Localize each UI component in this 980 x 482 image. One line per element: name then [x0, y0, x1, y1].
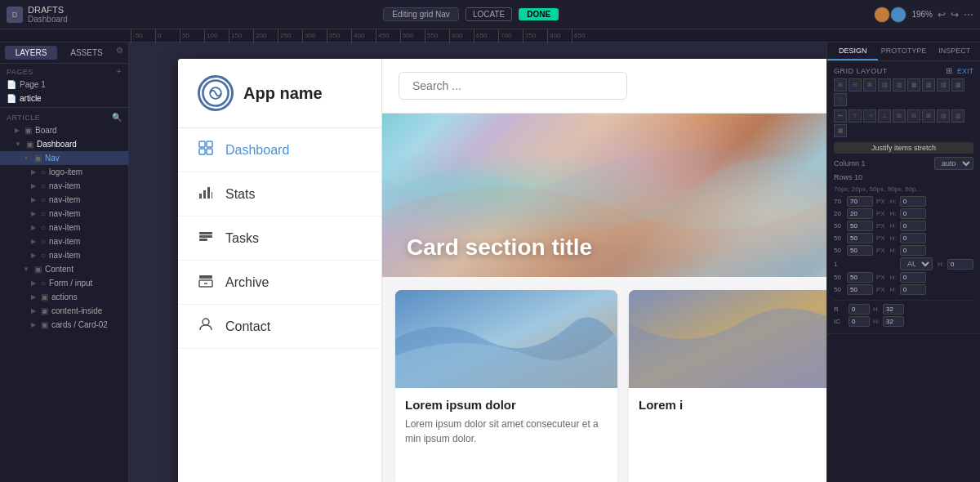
sidebar-item-content[interactable]: ▼ ▣ Content [0, 262, 128, 276]
search-layers-icon[interactable]: 🔍 [112, 113, 122, 122]
h-value-input[interactable] [883, 304, 904, 315]
tab-prototype[interactable]: PROTOTYPE [878, 42, 929, 60]
sidebar-item-content-inside[interactable]: ▶ ▣ content-inside [0, 304, 128, 318]
column-dropdown[interactable]: auto [934, 157, 973, 170]
design-nav-item-archive[interactable]: Archive [178, 261, 381, 305]
dashboard-nav-icon [198, 140, 214, 160]
row-value-input[interactable] [847, 284, 873, 295]
sidebar-item-navitem-5[interactable]: ▶ ○ nav-item [0, 234, 128, 248]
done-button[interactable]: DONE [519, 8, 559, 20]
nav-label-tasks: Tasks [225, 231, 259, 246]
align-icon-17[interactable]: ⊠ [922, 109, 935, 123]
sidebar-item-cards[interactable]: ▶ ▣ cards / Card-02 [0, 318, 128, 332]
align-icon-11[interactable]: ⊢ [834, 109, 847, 123]
row-h-input[interactable] [900, 221, 926, 231]
sidebar-item-dashboard[interactable]: ▼ ▣ Dashboard [0, 137, 128, 151]
align-icon-1[interactable]: ⊞ [834, 78, 847, 91]
add-page-icon[interactable]: + [117, 67, 122, 76]
sidebar-item-board[interactable]: ▶ ▣ Board [0, 123, 128, 137]
align-icon-18[interactable]: ▤ [937, 109, 950, 123]
sidebar-item-navitem-1[interactable]: ▶ ○ nav-item [0, 179, 128, 193]
arrow-icon: ▶ [31, 321, 36, 328]
design-search-input[interactable] [399, 72, 627, 100]
align-icon-13[interactable]: ⊣ [863, 109, 876, 123]
row-auto-select[interactable]: AUTO [900, 257, 933, 270]
canvas-area[interactable]: AUTO AUTO App name [129, 42, 826, 482]
row-h-input[interactable] [900, 272, 926, 283]
align-icon-7[interactable]: ▧ [922, 78, 935, 91]
row-unit: PX [876, 210, 885, 217]
align-icon-6[interactable]: ▦ [907, 78, 920, 91]
align-icon-10[interactable]: ░ [834, 93, 847, 106]
align-icon-8[interactable]: ▨ [937, 78, 950, 91]
redo-button[interactable]: ↪ [951, 9, 959, 20]
align-icon-4[interactable]: ▤ [878, 78, 891, 91]
locate-button[interactable]: LOCATE [466, 7, 512, 21]
rows-desc: 70px, 20px, 50px, 90px, 60p... [834, 185, 973, 193]
svg-rect-4 [199, 149, 205, 154]
align-icon-20[interactable]: ▦ [834, 124, 847, 137]
divider [0, 107, 128, 108]
nav-label-dashboard: Dashboard [225, 143, 289, 158]
align-icon-9[interactable]: ▩ [951, 78, 964, 91]
row-unit: PX [876, 274, 885, 281]
row-num: 50 [834, 247, 844, 254]
more-button[interactable]: ⋯ [964, 9, 973, 20]
align-icon-3[interactable]: ⊠ [863, 78, 876, 91]
sidebar-item-logo[interactable]: ▶ ○ logo-item [0, 165, 128, 179]
design-nav-item-dashboard[interactable]: Dashboard [178, 128, 381, 172]
row-h-input[interactable] [900, 208, 926, 219]
align-icon-19[interactable]: ▥ [951, 109, 964, 123]
ruler-mark: 750 [523, 29, 547, 42]
tab-layers[interactable]: LAYERS [5, 46, 57, 60]
row-value-input[interactable] [847, 208, 873, 219]
align-icon-14[interactable]: ⊥ [878, 109, 891, 123]
sidebar-settings-icon[interactable]: ⚙ [116, 46, 123, 60]
nav-label-stats: Stats [225, 187, 255, 202]
sidebar-item-nav[interactable]: ▼ ▣ Nav [0, 151, 128, 165]
design-nav-item-tasks[interactable]: Tasks [178, 216, 381, 261]
page-icon: 📄 [7, 80, 16, 89]
align-icon-2[interactable]: ⊟ [849, 78, 862, 91]
design-nav-item-stats[interactable]: Stats [178, 172, 381, 216]
row-h-input[interactable] [900, 196, 926, 207]
align-icon-12[interactable]: ⊤ [849, 109, 862, 123]
row-h-input[interactable] [900, 233, 926, 243]
tab-design[interactable]: DESIGN [827, 42, 878, 60]
grid-settings-icon[interactable]: ⊞ [946, 66, 952, 75]
ruler-mark: -50 [131, 29, 155, 42]
tab-assets[interactable]: ASSETS [60, 46, 113, 60]
sidebar-item-form[interactable]: ▶ ○ Form / input [0, 276, 128, 290]
contact-nav-icon [198, 316, 214, 337]
row-value-input[interactable] [847, 245, 873, 256]
sidebar-article[interactable]: 📄 article [0, 91, 128, 105]
r-value-input[interactable] [849, 304, 870, 315]
rows-section: Rows 10 70px, 20px, 50px, 90px, 60p... 7… [834, 173, 973, 295]
tab-inspect[interactable]: INSPECT [929, 42, 980, 60]
row-value-input[interactable] [847, 233, 873, 243]
sidebar-item-navitem-4[interactable]: ▶ ○ nav-item [0, 221, 128, 234]
exit-button[interactable]: EXIT [957, 67, 973, 75]
row-item-6: 1 AUTO H: [834, 257, 973, 270]
sidebar-item-actions[interactable]: ▶ ▣ actions [0, 290, 128, 304]
ic-h-value-input[interactable] [883, 316, 904, 327]
sidebar-item-navitem-3[interactable]: ▶ ○ nav-item [0, 207, 128, 221]
row-value-input[interactable] [847, 196, 873, 207]
sidebar-item-navitem-2[interactable]: ▶ ○ nav-item [0, 193, 128, 207]
pages-header: PAGES + [0, 64, 128, 78]
icon-grid-row-1: ⊞ ⊟ ⊠ ▤ ▥ ▦ ▧ ▨ ▩ ░ [834, 78, 973, 106]
design-nav-item-contact[interactable]: Contact [178, 305, 381, 349]
align-icon-16[interactable]: ⊟ [907, 109, 920, 123]
align-icon-15[interactable]: ⊞ [893, 109, 906, 123]
svg-rect-2 [199, 141, 205, 147]
row-h-input[interactable] [900, 245, 926, 256]
sidebar-item-navitem-6[interactable]: ▶ ○ nav-item [0, 248, 128, 262]
row-value-input[interactable] [847, 221, 873, 231]
align-icon-5[interactable]: ▥ [893, 78, 906, 91]
ic-value-input[interactable] [849, 316, 870, 327]
undo-button[interactable]: ↩ [938, 9, 946, 20]
row-h-input[interactable] [900, 284, 926, 295]
row-value-input[interactable] [847, 272, 873, 283]
row-h-input[interactable] [947, 259, 973, 270]
sidebar-page-1[interactable]: 📄 Page 1 [0, 78, 128, 91]
